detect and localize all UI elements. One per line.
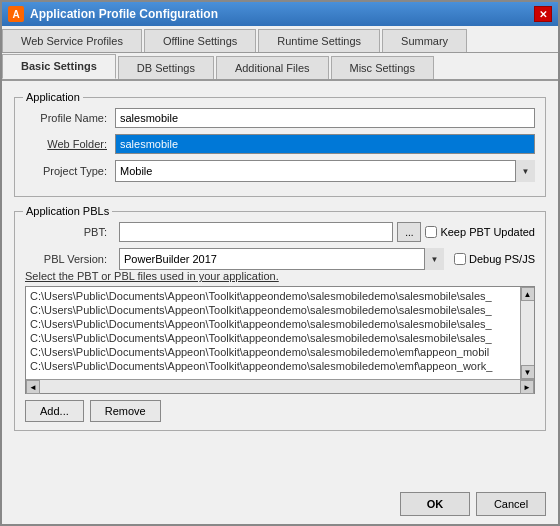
web-folder-row: Web Folder: [25,134,535,154]
content-area: Application Profile Name: Web Folder: Pr… [2,81,558,484]
ok-button[interactable]: OK [400,492,470,516]
scroll-down-button[interactable]: ▼ [521,365,535,379]
list-item: C:\Users\Public\Documents\Appeon\Toolkit… [28,359,518,373]
debug-psjs-label: Debug PS/JS [454,253,535,265]
cancel-button[interactable]: Cancel [476,492,546,516]
list-item: C:\Users\Public\Documents\Appeon\Toolkit… [28,303,518,317]
scroll-up-button[interactable]: ▲ [521,287,535,301]
tab-offline-settings[interactable]: Offline Settings [144,29,256,52]
scroll-left-button[interactable]: ◄ [26,380,40,394]
app-icon: A [8,6,24,22]
file-list-description: Select the PBT or PBL files used in your… [25,270,535,282]
pbl-version-row: PBL Version: PowerBuilder 2017 PowerBuil… [25,248,535,270]
vertical-scrollbar[interactable]: ▲ ▼ [520,287,534,379]
keep-pbt-updated-label: Keep PBT Updated [425,226,535,238]
pbt-label: PBT: [25,226,115,238]
project-type-row: Project Type: Mobile Web Desktop ▼ [25,160,535,182]
window-title: Application Profile Configuration [30,7,218,21]
tab-web-service-profiles[interactable]: Web Service Profiles [2,29,142,52]
title-bar-left: A Application Profile Configuration [8,6,218,22]
application-pbls-group: Application PBLs PBT: ... Keep PBT Updat… [14,211,546,431]
pbt-row: PBT: ... Keep PBT Updated [25,222,535,242]
main-window: A Application Profile Configuration ✕ We… [0,0,560,526]
pbt-browse-button[interactable]: ... [397,222,421,242]
project-type-select[interactable]: Mobile Web Desktop [115,160,535,182]
web-folder-label: Web Folder: [25,138,115,150]
application-group: Application Profile Name: Web Folder: Pr… [14,97,546,197]
tab-db-settings[interactable]: DB Settings [118,56,214,79]
project-type-label: Project Type: [25,165,115,177]
pbt-input[interactable] [119,222,393,242]
scroll-track-h[interactable] [40,380,520,393]
tab-basic-settings[interactable]: Basic Settings [2,54,116,79]
application-group-title: Application [23,91,83,103]
keep-pbt-updated-checkbox[interactable] [425,226,437,238]
close-button[interactable]: ✕ [534,6,552,22]
list-item: C:\Users\Public\Documents\Appeon\Toolkit… [28,345,518,359]
remove-button[interactable]: Remove [90,400,161,422]
tab-row-2: Basic Settings DB Settings Additional Fi… [2,53,558,81]
bottom-bar: OK Cancel [2,484,558,524]
add-button[interactable]: Add... [25,400,84,422]
scroll-right-button[interactable]: ► [520,380,534,394]
tab-additional-files[interactable]: Additional Files [216,56,329,79]
web-folder-input[interactable] [115,134,535,154]
list-item: C:\Users\Public\Documents\Appeon\Toolkit… [28,317,518,331]
file-list-scroll: C:\Users\Public\Documents\Appeon\Toolkit… [26,287,520,379]
file-list-items: C:\Users\Public\Documents\Appeon\Toolkit… [26,287,520,375]
list-item: C:\Users\Public\Documents\Appeon\Toolkit… [28,289,518,303]
tab-misc-settings[interactable]: Misc Settings [331,56,434,79]
list-item: C:\Users\Public\Documents\Appeon\Toolkit… [28,331,518,345]
pbl-version-wrapper: PowerBuilder 2017 PowerBuilder 2019 Powe… [119,248,444,270]
pbl-version-select[interactable]: PowerBuilder 2017 PowerBuilder 2019 Powe… [119,248,444,270]
add-remove-row: Add... Remove [25,400,535,422]
application-pbls-title: Application PBLs [23,205,112,217]
debug-psjs-checkbox[interactable] [454,253,466,265]
profile-name-input[interactable] [115,108,535,128]
title-bar: A Application Profile Configuration ✕ [2,2,558,26]
tab-runtime-settings[interactable]: Runtime Settings [258,29,380,52]
profile-name-label: Profile Name: [25,112,115,124]
project-type-wrapper: Mobile Web Desktop ▼ [115,160,535,182]
tab-row-1: Web Service Profiles Offline Settings Ru… [2,26,558,53]
file-list-inner: C:\Users\Public\Documents\Appeon\Toolkit… [26,287,534,379]
scroll-track-v[interactable] [521,301,534,365]
tab-summary[interactable]: Summary [382,29,467,52]
profile-name-row: Profile Name: [25,108,535,128]
horizontal-scrollbar-container: ◄ ► [26,379,534,393]
file-list-container: C:\Users\Public\Documents\Appeon\Toolkit… [25,286,535,394]
pbl-version-label: PBL Version: [25,253,115,265]
